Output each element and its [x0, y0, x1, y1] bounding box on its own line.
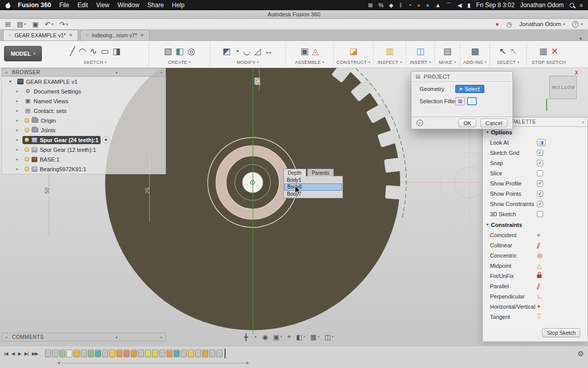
go-to-end-button[interactable]: ▶▶ [32, 351, 38, 356]
window-select-icon[interactable]: ↖ [510, 47, 517, 56]
sketch-filter-button[interactable]: ○ [467, 97, 477, 105]
battery-icon[interactable]: ▮ [468, 2, 471, 9]
timeline-feature-24[interactable] [209, 350, 215, 357]
browser-item-contact-sets[interactable]: ▸ ▤ Contact: sets [2, 106, 165, 116]
grid-layout-icon[interactable]: ▦▾ [310, 333, 320, 341]
redo-icon[interactable]: ↷▾ [59, 20, 68, 28]
menu-edit[interactable]: Edit [78, 2, 88, 9]
palette-row-sketch-grid[interactable]: Sketch Grid [483, 148, 587, 158]
browser-item-named-views[interactable]: ▸ ▣ Named Views [2, 96, 165, 106]
mirror-icon[interactable]: ◨ [112, 47, 120, 56]
body-filter-button[interactable]: ▦ [455, 97, 465, 105]
version-history-icon[interactable]: ◷ [506, 20, 512, 28]
panel-collapse-icon[interactable]: » [160, 70, 163, 75]
sketch-grid-checkbox[interactable] [537, 150, 543, 156]
step-back-button[interactable]: ◀ [11, 351, 14, 356]
stop-sketch-grid-icon[interactable]: ▦ [539, 47, 547, 56]
list-item-body7[interactable]: Body7 [284, 191, 342, 197]
add-ins-icon[interactable]: ▩ [471, 47, 479, 56]
browser-item-bearing[interactable]: ▸ Bearing5972K91:1 [2, 164, 165, 174]
timeline-feature-22[interactable] [195, 350, 201, 357]
menu-window[interactable]: Window [117, 2, 139, 9]
select-button[interactable]: ▶ Select [455, 85, 484, 93]
browser-item-root[interactable]: ▾ GEAR EXAMPLE v1 [2, 77, 165, 86]
expand-icon[interactable]: ▸ [16, 89, 22, 94]
timeline-feature-19[interactable] [174, 350, 180, 357]
display-settings-icon[interactable]: ◧▾ [296, 333, 305, 341]
timeline-feature-23[interactable] [202, 350, 208, 357]
visibility-bulb-icon[interactable] [24, 157, 29, 162]
snap-checkbox[interactable] [537, 160, 543, 166]
timeline-feature-3[interactable] [59, 350, 65, 357]
new-component-icon[interactable]: ▣ [300, 47, 308, 56]
panel-collapse-icon[interactable]: » [581, 120, 587, 125]
menu-insert[interactable]: INSERT▾ [406, 60, 434, 65]
browser-item-spur-gear-12[interactable]: ▸ Spur Gear (12 teeth):1 [2, 145, 165, 154]
airplay-icon[interactable]: ▲ [435, 2, 440, 8]
timeline-feature-18[interactable] [166, 350, 173, 357]
menu-file[interactable]: File [59, 2, 69, 9]
timeline-feature-10[interactable] [109, 350, 115, 357]
expand-icon[interactable]: ▸ [16, 137, 22, 142]
tab-depth[interactable]: Depth [283, 169, 306, 176]
expand-icon[interactable]: ▸ [16, 167, 22, 171]
menu-share[interactable]: Share [148, 2, 164, 9]
blue-app-status-icon[interactable]: ● [426, 2, 430, 8]
activate-component-radio[interactable] [103, 136, 109, 143]
file-icon[interactable]: ▤▾ [17, 20, 26, 28]
menubar-clock[interactable]: Fri Sep 8 3:02 [476, 2, 514, 9]
rectangle-icon[interactable]: ▭ [101, 47, 109, 56]
timeline-feature-12[interactable] [124, 350, 130, 357]
battery-percent-icon[interactable]: % [379, 2, 384, 8]
timeline-feature-20[interactable] [181, 350, 187, 357]
create-sketch-icon[interactable]: ╱ [70, 47, 75, 56]
insert-icon[interactable]: ◫ [416, 47, 424, 56]
timeline-feature-2[interactable] [52, 350, 58, 357]
menubar-app-name[interactable]: Fusion 360 [18, 2, 51, 9]
draft-icon[interactable]: ◿ [254, 47, 261, 56]
show-constraints-checkbox[interactable] [537, 201, 543, 207]
menu-select[interactable]: SELECT▾ [490, 60, 526, 65]
browser-item-joints[interactable]: ▸ Joints [2, 125, 165, 135]
wifi-icon[interactable]: ⌒ [446, 2, 452, 9]
timeline-feature-9[interactable] [102, 350, 108, 357]
job-status-icon[interactable]: ● [496, 20, 499, 28]
constraint-parallel[interactable]: Parallel ∥ [483, 281, 587, 291]
info-icon[interactable]: i [416, 120, 423, 126]
palette-row-3d-sketch[interactable]: 3D Sketch [483, 209, 587, 219]
go-to-start-button[interactable]: |◀ [4, 351, 8, 356]
menu-help[interactable]: Help [172, 2, 185, 9]
help-menu[interactable]: ? ▾ [572, 21, 583, 28]
expand-icon[interactable]: ▸ [16, 128, 22, 132]
display-mirroring-icon[interactable]: ⊞ [368, 2, 373, 9]
browser-item-spur-gear-24[interactable]: ▸ Spur Gear (24 teeth):1 [2, 135, 165, 145]
timeline-feature-6[interactable] [81, 350, 87, 357]
timeline-feature-25[interactable] [216, 350, 223, 357]
expand-icon[interactable]: ▸ [16, 108, 22, 113]
collapse-panel-icon[interactable]: « [5, 70, 8, 75]
timeline-feature-21[interactable] [188, 350, 194, 357]
menu-sketch[interactable]: SKETCH▾ [42, 60, 149, 65]
menu-create[interactable]: CREATE▾ [149, 60, 210, 65]
timeline-feature-4[interactable] [66, 350, 72, 357]
comments-header[interactable]: « COMMENTS ● » [2, 333, 166, 341]
spotlight-search-icon[interactable] [570, 3, 574, 8]
expand-icon[interactable]: ▾ [9, 79, 15, 84]
fillet-icon[interactable]: ◔ [234, 47, 239, 56]
dimension-left[interactable]: 50 [44, 188, 50, 194]
collapse-panel-icon[interactable]: « [5, 335, 8, 340]
tab-gear-example[interactable]: ○ GEAR EXAMPLE v1* ✕ [3, 30, 78, 40]
menu-modify[interactable]: MODIFY▾ [210, 60, 285, 65]
zoom-window-icon[interactable]: ▣▾ [273, 333, 282, 341]
make-icon[interactable]: ▤ [443, 47, 451, 56]
spline-icon[interactable]: ∿ [90, 47, 97, 56]
project-dialog-header[interactable]: ▤ PROJECT [411, 72, 512, 82]
timeline-position-marker[interactable] [225, 349, 226, 358]
arc-icon[interactable]: ◠ [79, 47, 86, 56]
panel-collapse-icon[interactable]: » [160, 335, 163, 340]
visibility-bulb-icon[interactable] [24, 147, 29, 152]
close-icon[interactable]: ✕ [69, 33, 73, 38]
step-forward-button[interactable]: ▶| [24, 351, 28, 356]
timeline-feature-1[interactable] [45, 350, 51, 357]
close-icon[interactable]: ✕ [140, 33, 144, 38]
